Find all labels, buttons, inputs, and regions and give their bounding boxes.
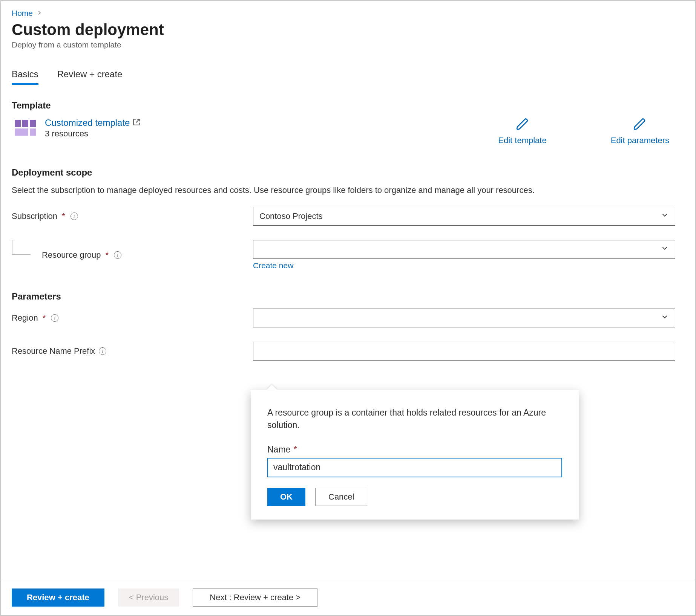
page-subtitle: Deploy from a custom template [12,40,684,49]
review-create-button[interactable]: Review + create [12,588,104,607]
section-scope-description: Select the subscription to manage deploy… [12,185,653,196]
tab-basics[interactable]: Basics [12,69,38,85]
customized-template-link[interactable]: Customized template [45,118,140,128]
region-label: Region * i [12,313,253,323]
subscription-select[interactable]: Contoso Projects [253,207,675,226]
page-title: Custom deployment [12,21,684,39]
resource-group-select[interactable] [253,240,675,259]
required-asterisk: * [294,445,297,454]
resource-name-prefix-label: Resource Name Prefix i [12,346,253,356]
info-icon[interactable]: i [71,212,78,220]
template-resource-count: 3 resources [45,129,140,139]
next-button[interactable]: Next : Review + create > [193,588,317,607]
tree-branch-icon [12,240,31,255]
pencil-icon [516,118,529,133]
region-label-text: Region [12,313,38,323]
region-select[interactable] [253,309,675,327]
resource-group-label-text: Resource group [42,250,101,260]
ok-button[interactable]: OK [267,488,305,506]
subscription-label-text: Subscription [12,211,57,221]
edit-parameters-label: Edit parameters [611,136,669,145]
breadcrumb: Home [12,9,684,18]
info-icon[interactable]: i [99,347,106,355]
chevron-down-icon [661,244,669,255]
edit-parameters-button[interactable]: Edit parameters [611,118,669,145]
external-link-icon [133,118,140,128]
required-asterisk: * [62,211,65,221]
subscription-value: Contoso Projects [259,211,323,221]
tabs: Basics Review + create [12,69,684,85]
edit-template-button[interactable]: Edit template [498,118,546,145]
customized-template-link-text: Customized template [45,118,130,128]
required-asterisk: * [106,250,109,260]
subscription-label: Subscription * i [12,211,253,221]
tab-review-create[interactable]: Review + create [57,69,123,85]
resource-name-prefix-label-text: Resource Name Prefix [12,346,95,356]
footer-bar: Review + create < Previous Next : Review… [1,580,695,615]
popover-name-label: Name * [267,445,562,455]
info-icon[interactable]: i [114,251,121,259]
chevron-down-icon [661,313,669,323]
pencil-icon [633,118,647,133]
resource-group-label: Resource group * i [12,250,253,260]
template-icon [15,120,36,136]
breadcrumb-home-link[interactable]: Home [12,9,33,18]
create-resource-group-popover: A resource group is a container that hol… [251,390,579,520]
cancel-button[interactable]: Cancel [315,488,367,506]
edit-template-label: Edit template [498,136,546,145]
previous-button: < Previous [118,588,179,607]
section-scope-title: Deployment scope [12,167,684,178]
section-template-title: Template [12,100,684,111]
chevron-down-icon [661,211,669,222]
create-new-link[interactable]: Create new [253,261,293,270]
info-icon[interactable]: i [51,314,58,322]
required-asterisk: * [43,313,46,323]
resource-group-name-input[interactable] [267,458,562,477]
chevron-right-icon [37,9,42,17]
popover-name-label-text: Name [267,445,290,454]
resource-name-prefix-input[interactable] [253,342,675,361]
popover-description: A resource group is a container that hol… [267,407,562,432]
section-parameters-title: Parameters [12,291,684,302]
